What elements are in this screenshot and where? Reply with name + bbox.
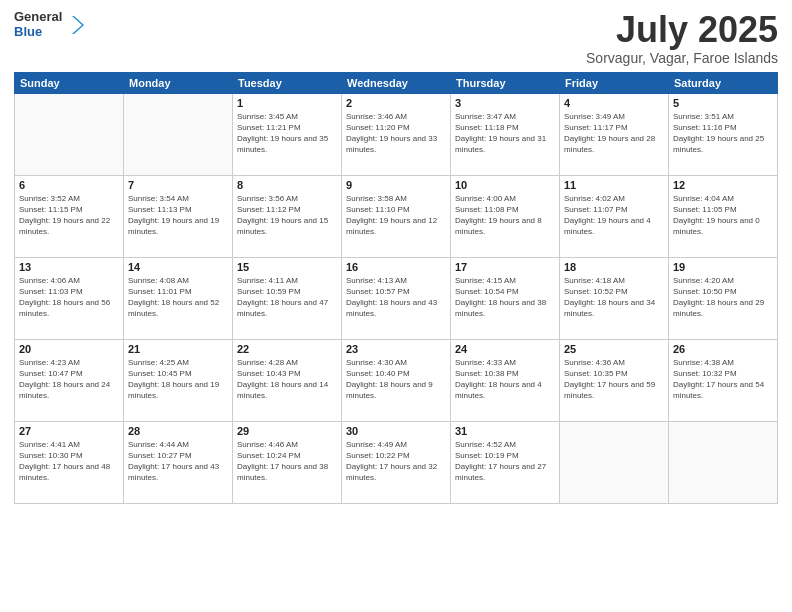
day-number: 6 [19,179,119,191]
day-info: Sunrise: 4:44 AM Sunset: 10:27 PM Daylig… [128,439,228,484]
day-number: 1 [237,97,337,109]
day-number: 17 [455,261,555,273]
day-number: 20 [19,343,119,355]
day-info: Sunrise: 3:52 AM Sunset: 11:15 PM Daylig… [19,193,119,238]
day-info: Sunrise: 4:49 AM Sunset: 10:22 PM Daylig… [346,439,446,484]
day-info: Sunrise: 4:25 AM Sunset: 10:45 PM Daylig… [128,357,228,402]
day-info: Sunrise: 4:06 AM Sunset: 11:03 PM Daylig… [19,275,119,320]
table-row: 19Sunrise: 4:20 AM Sunset: 10:50 PM Dayl… [669,257,778,339]
day-number: 3 [455,97,555,109]
day-info: Sunrise: 3:46 AM Sunset: 11:20 PM Daylig… [346,111,446,156]
table-row: 7Sunrise: 3:54 AM Sunset: 11:13 PM Dayli… [124,175,233,257]
day-number: 27 [19,425,119,437]
table-row: 18Sunrise: 4:18 AM Sunset: 10:52 PM Dayl… [560,257,669,339]
header: General Blue July 2025 Sorvagur, Vagar, … [14,10,778,66]
day-info: Sunrise: 4:20 AM Sunset: 10:50 PM Daylig… [673,275,773,320]
day-info: Sunrise: 3:54 AM Sunset: 11:13 PM Daylig… [128,193,228,238]
week-row-2: 6Sunrise: 3:52 AM Sunset: 11:15 PM Dayli… [15,175,778,257]
day-number: 5 [673,97,773,109]
col-thursday: Thursday [451,72,560,93]
table-row: 4Sunrise: 3:49 AM Sunset: 11:17 PM Dayli… [560,93,669,175]
table-row: 24Sunrise: 4:33 AM Sunset: 10:38 PM Dayl… [451,339,560,421]
day-number: 30 [346,425,446,437]
day-number: 22 [237,343,337,355]
day-number: 16 [346,261,446,273]
table-row: 9Sunrise: 3:58 AM Sunset: 11:10 PM Dayli… [342,175,451,257]
table-row [669,421,778,503]
col-wednesday: Wednesday [342,72,451,93]
day-info: Sunrise: 4:38 AM Sunset: 10:32 PM Daylig… [673,357,773,402]
table-row: 1Sunrise: 3:45 AM Sunset: 11:21 PM Dayli… [233,93,342,175]
day-info: Sunrise: 4:11 AM Sunset: 10:59 PM Daylig… [237,275,337,320]
day-info: Sunrise: 3:47 AM Sunset: 11:18 PM Daylig… [455,111,555,156]
day-info: Sunrise: 4:30 AM Sunset: 10:40 PM Daylig… [346,357,446,402]
col-monday: Monday [124,72,233,93]
table-row: 23Sunrise: 4:30 AM Sunset: 10:40 PM Dayl… [342,339,451,421]
day-number: 7 [128,179,228,191]
day-info: Sunrise: 3:45 AM Sunset: 11:21 PM Daylig… [237,111,337,156]
table-row: 13Sunrise: 4:06 AM Sunset: 11:03 PM Dayl… [15,257,124,339]
day-number: 25 [564,343,664,355]
table-row: 3Sunrise: 3:47 AM Sunset: 11:18 PM Dayli… [451,93,560,175]
day-info: Sunrise: 4:00 AM Sunset: 11:08 PM Daylig… [455,193,555,238]
day-number: 14 [128,261,228,273]
table-row: 5Sunrise: 3:51 AM Sunset: 11:16 PM Dayli… [669,93,778,175]
col-sunday: Sunday [15,72,124,93]
day-number: 29 [237,425,337,437]
day-number: 11 [564,179,664,191]
day-number: 13 [19,261,119,273]
day-info: Sunrise: 4:36 AM Sunset: 10:35 PM Daylig… [564,357,664,402]
day-number: 31 [455,425,555,437]
table-row: 16Sunrise: 4:13 AM Sunset: 10:57 PM Dayl… [342,257,451,339]
day-info: Sunrise: 3:58 AM Sunset: 11:10 PM Daylig… [346,193,446,238]
day-number: 18 [564,261,664,273]
table-row: 8Sunrise: 3:56 AM Sunset: 11:12 PM Dayli… [233,175,342,257]
day-info: Sunrise: 3:51 AM Sunset: 11:16 PM Daylig… [673,111,773,156]
table-row: 21Sunrise: 4:25 AM Sunset: 10:45 PM Dayl… [124,339,233,421]
logo-chevron-icon [64,14,86,36]
day-info: Sunrise: 3:56 AM Sunset: 11:12 PM Daylig… [237,193,337,238]
day-info: Sunrise: 4:15 AM Sunset: 10:54 PM Daylig… [455,275,555,320]
col-tuesday: Tuesday [233,72,342,93]
col-saturday: Saturday [669,72,778,93]
day-number: 28 [128,425,228,437]
table-row: 26Sunrise: 4:38 AM Sunset: 10:32 PM Dayl… [669,339,778,421]
table-row: 10Sunrise: 4:00 AM Sunset: 11:08 PM Dayl… [451,175,560,257]
day-info: Sunrise: 4:41 AM Sunset: 10:30 PM Daylig… [19,439,119,484]
table-row: 2Sunrise: 3:46 AM Sunset: 11:20 PM Dayli… [342,93,451,175]
table-row: 29Sunrise: 4:46 AM Sunset: 10:24 PM Dayl… [233,421,342,503]
day-info: Sunrise: 4:33 AM Sunset: 10:38 PM Daylig… [455,357,555,402]
day-info: Sunrise: 4:02 AM Sunset: 11:07 PM Daylig… [564,193,664,238]
day-number: 10 [455,179,555,191]
day-info: Sunrise: 4:18 AM Sunset: 10:52 PM Daylig… [564,275,664,320]
page-subtitle: Sorvagur, Vagar, Faroe Islands [586,50,778,66]
week-row-1: 1Sunrise: 3:45 AM Sunset: 11:21 PM Dayli… [15,93,778,175]
table-row: 22Sunrise: 4:28 AM Sunset: 10:43 PM Dayl… [233,339,342,421]
title-block: July 2025 Sorvagur, Vagar, Faroe Islands [586,10,778,66]
table-row: 14Sunrise: 4:08 AM Sunset: 11:01 PM Dayl… [124,257,233,339]
day-number: 15 [237,261,337,273]
day-number: 24 [455,343,555,355]
week-row-5: 27Sunrise: 4:41 AM Sunset: 10:30 PM Dayl… [15,421,778,503]
day-info: Sunrise: 4:08 AM Sunset: 11:01 PM Daylig… [128,275,228,320]
table-row: 12Sunrise: 4:04 AM Sunset: 11:05 PM Dayl… [669,175,778,257]
logo-blue-text: Blue [14,25,62,40]
day-number: 21 [128,343,228,355]
day-number: 4 [564,97,664,109]
table-row: 11Sunrise: 4:02 AM Sunset: 11:07 PM Dayl… [560,175,669,257]
table-row [124,93,233,175]
table-row [560,421,669,503]
table-row: 25Sunrise: 4:36 AM Sunset: 10:35 PM Dayl… [560,339,669,421]
day-info: Sunrise: 4:46 AM Sunset: 10:24 PM Daylig… [237,439,337,484]
table-row: 27Sunrise: 4:41 AM Sunset: 10:30 PM Dayl… [15,421,124,503]
table-row: 20Sunrise: 4:23 AM Sunset: 10:47 PM Dayl… [15,339,124,421]
table-row: 15Sunrise: 4:11 AM Sunset: 10:59 PM Dayl… [233,257,342,339]
logo: General Blue [14,10,86,40]
day-number: 8 [237,179,337,191]
table-row: 17Sunrise: 4:15 AM Sunset: 10:54 PM Dayl… [451,257,560,339]
table-row: 6Sunrise: 3:52 AM Sunset: 11:15 PM Dayli… [15,175,124,257]
day-info: Sunrise: 3:49 AM Sunset: 11:17 PM Daylig… [564,111,664,156]
day-number: 26 [673,343,773,355]
table-row: 30Sunrise: 4:49 AM Sunset: 10:22 PM Dayl… [342,421,451,503]
day-number: 2 [346,97,446,109]
